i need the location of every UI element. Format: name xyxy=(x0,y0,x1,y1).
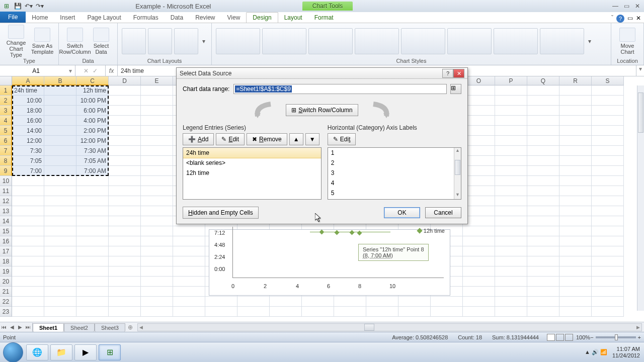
cell[interactable] xyxy=(12,236,44,246)
row-header[interactable]: 22 xyxy=(0,297,12,307)
chart-style-option[interactable] xyxy=(401,28,445,54)
next-sheet-icon[interactable]: ▶ xyxy=(16,323,24,332)
cell[interactable] xyxy=(12,226,44,236)
cell[interactable] xyxy=(495,196,527,206)
cell[interactable] xyxy=(141,307,173,317)
column-header[interactable]: S xyxy=(592,76,624,85)
cell[interactable] xyxy=(270,297,302,307)
cell[interactable]: 12:00 xyxy=(12,136,44,146)
more-styles-icon[interactable]: ▾ xyxy=(586,38,593,45)
cell[interactable] xyxy=(76,186,109,196)
cell[interactable] xyxy=(109,96,141,106)
row-header[interactable]: 16 xyxy=(0,236,12,246)
cell[interactable] xyxy=(592,246,624,256)
chart-style-option[interactable] xyxy=(540,28,584,54)
chart-style-option[interactable] xyxy=(447,28,492,54)
cell[interactable] xyxy=(495,176,527,186)
cancel-button[interactable]: Cancel xyxy=(425,207,461,218)
add-series-button[interactable]: ➕Add xyxy=(183,133,214,145)
cell[interactable] xyxy=(109,146,141,156)
cell[interactable] xyxy=(109,277,141,287)
window-close-icon[interactable]: ✕ xyxy=(636,15,641,23)
cell[interactable] xyxy=(559,85,592,96)
ok-button[interactable]: OK xyxy=(384,207,420,218)
cell[interactable] xyxy=(495,156,527,166)
cell[interactable] xyxy=(141,216,173,226)
change-chart-type-button[interactable]: Change Chart Type xyxy=(4,25,28,58)
chart-style-option[interactable] xyxy=(262,28,306,54)
cell[interactable] xyxy=(44,106,76,116)
cell[interactable] xyxy=(12,277,44,287)
cell[interactable] xyxy=(559,166,592,176)
select-data-button[interactable]: Select Data xyxy=(89,28,113,55)
cell[interactable]: 7:05 AM xyxy=(76,156,109,166)
cell[interactable] xyxy=(141,126,173,136)
list-item[interactable]: <blank series> xyxy=(183,158,321,168)
sheet-tab[interactable]: Sheet1 xyxy=(33,323,64,332)
cell[interactable] xyxy=(44,206,76,216)
cell[interactable] xyxy=(463,246,495,256)
row-header[interactable]: 23 xyxy=(0,307,12,317)
row-header[interactable]: 17 xyxy=(0,246,12,256)
cell[interactable]: 12:00 PM xyxy=(76,136,109,146)
row-header[interactable]: 13 xyxy=(0,206,12,216)
cell[interactable] xyxy=(76,196,109,206)
list-item[interactable]: 1 xyxy=(328,148,461,158)
cell[interactable] xyxy=(44,85,76,96)
cell[interactable] xyxy=(141,266,173,277)
cell[interactable] xyxy=(334,297,366,307)
cell[interactable] xyxy=(366,307,398,317)
column-header[interactable]: C xyxy=(76,76,109,85)
cell[interactable]: 10:00 PM xyxy=(76,96,109,106)
cell[interactable] xyxy=(527,116,559,126)
cell[interactable] xyxy=(592,256,624,266)
cell[interactable] xyxy=(592,297,624,307)
cell[interactable] xyxy=(592,266,624,277)
cell[interactable] xyxy=(141,146,173,156)
cell[interactable] xyxy=(44,236,76,246)
cell[interactable] xyxy=(44,196,76,206)
cell[interactable]: 7:00 xyxy=(12,166,44,176)
embedded-chart[interactable]: 7:12 4:48 2:24 0:00 0 2 4 6 8 10 12h tim… xyxy=(209,229,450,296)
cell[interactable] xyxy=(495,96,527,106)
row-header[interactable]: 9 xyxy=(0,166,12,176)
cell[interactable] xyxy=(559,96,592,106)
name-box[interactable]: A1▾ xyxy=(0,65,75,76)
cell[interactable] xyxy=(559,236,592,246)
view-normal-icon[interactable] xyxy=(547,334,555,341)
cell[interactable] xyxy=(592,136,624,146)
column-header[interactable]: B xyxy=(44,76,76,85)
chart-layout-option[interactable] xyxy=(148,28,172,54)
cell[interactable] xyxy=(527,277,559,287)
cell[interactable] xyxy=(559,246,592,256)
tab-design[interactable]: Design xyxy=(246,12,278,23)
redo-icon[interactable]: ↷▾ xyxy=(35,2,44,11)
cell[interactable] xyxy=(495,226,527,236)
row-header[interactable]: 12 xyxy=(0,196,12,206)
cell[interactable] xyxy=(12,287,44,297)
cell[interactable] xyxy=(559,136,592,146)
cell[interactable] xyxy=(109,297,141,307)
cell[interactable] xyxy=(109,156,141,166)
cell[interactable] xyxy=(559,297,592,307)
list-item[interactable]: 5 xyxy=(328,188,461,198)
cell[interactable] xyxy=(495,206,527,216)
tab-format[interactable]: Format xyxy=(308,13,340,23)
cell[interactable] xyxy=(12,206,44,216)
zoom-slider[interactable] xyxy=(596,336,636,338)
tab-data[interactable]: Data xyxy=(165,13,189,23)
edit-series-button[interactable]: ✎Edit xyxy=(216,133,245,145)
cell[interactable] xyxy=(270,307,302,317)
cell[interactable] xyxy=(592,307,624,317)
cell[interactable] xyxy=(495,266,527,277)
cell[interactable] xyxy=(44,126,76,136)
row-header[interactable]: 21 xyxy=(0,287,12,297)
ribbon-minimize-icon[interactable]: ˇ xyxy=(611,15,613,23)
row-header[interactable]: 18 xyxy=(0,256,12,266)
cell[interactable] xyxy=(173,236,205,246)
cell[interactable] xyxy=(109,226,141,236)
cell[interactable] xyxy=(527,106,559,116)
cell[interactable] xyxy=(527,307,559,317)
cell[interactable] xyxy=(592,226,624,236)
cell[interactable] xyxy=(559,206,592,216)
